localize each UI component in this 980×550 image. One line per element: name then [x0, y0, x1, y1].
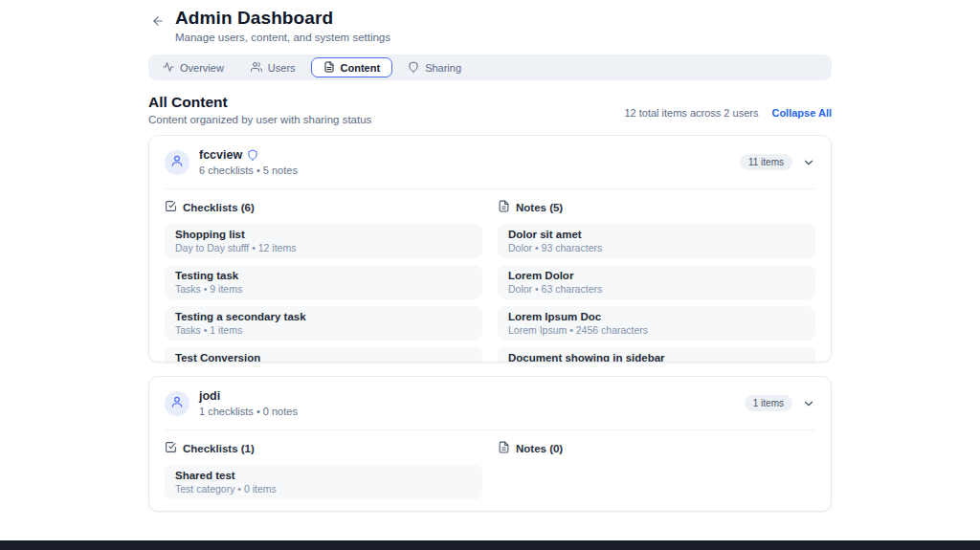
back-button[interactable]: [148, 12, 167, 32]
items-summary: 12 total items across 2 users: [624, 107, 758, 119]
username: fccview: [199, 148, 242, 162]
avatar: [165, 391, 189, 416]
tab-users[interactable]: Users: [239, 57, 307, 77]
check-square-icon: [165, 200, 177, 215]
page-header: Admin Dashboard Manage users, content, a…: [148, 8, 832, 44]
note-item[interactable]: Document showing in sidebar Lorem Ipsum …: [498, 347, 815, 363]
chevron-down-icon[interactable]: [802, 156, 815, 169]
avatar: [165, 150, 189, 175]
user-card-header[interactable]: jodi 1 checklists • 0 notes 1 items: [149, 377, 831, 429]
items-count-badge: 11 items: [740, 154, 792, 170]
checklist-item[interactable]: Shared test Test category • 0 items: [165, 465, 482, 499]
admin-dashboard-page: Admin Dashboard Manage users, content, a…: [148, 0, 832, 512]
user-card-header[interactable]: fccview 6 checklists • 5 notes 11 items: [149, 136, 831, 188]
user-icon: [170, 395, 184, 412]
checklists-column: Checklists (1) Shared test Test category…: [165, 441, 482, 499]
admin-shield-icon: [247, 149, 258, 161]
file-text-icon: [323, 61, 335, 75]
notes-column-header: Notes (5): [516, 201, 563, 214]
checklist-item[interactable]: Test Conversion Tasks • 1 items: [165, 347, 482, 363]
tab-label: Overview: [180, 62, 224, 74]
card-body: Checklists (1) Shared test Test category…: [149, 430, 831, 511]
section-header: All Content Content organized by user wi…: [148, 94, 832, 126]
note-file-icon: [498, 441, 510, 456]
page-subtitle: Manage users, content, and system settin…: [175, 31, 390, 44]
notes-column: Notes (5) Dolor sit amet Dolor • 93 char…: [498, 200, 815, 363]
item-subtitle: Dolor • 93 characters: [508, 243, 805, 253]
section-title: All Content: [148, 94, 371, 111]
shield-icon: [408, 61, 419, 75]
tab-overview[interactable]: Overview: [151, 57, 235, 77]
item-title: Testing task: [175, 270, 472, 282]
activity-icon: [163, 61, 174, 75]
checklists-column: Checklists (6) Shopping list Day to Day …: [165, 200, 482, 363]
checklist-item[interactable]: Shopping list Day to Day stufff • 12 ite…: [165, 224, 482, 258]
note-file-icon: [498, 200, 510, 215]
item-title: Document showing in sidebar: [508, 352, 805, 363]
item-title: Dolor sit amet: [508, 229, 805, 241]
notes-column-header: Notes (0): [516, 442, 563, 455]
username: jodi: [199, 389, 220, 403]
user-icon: [170, 154, 184, 171]
item-subtitle: Tasks • 9 items: [175, 284, 472, 295]
item-subtitle: Day to Day stufff • 12 items: [175, 243, 472, 253]
item-subtitle: Test category • 0 items: [175, 484, 472, 495]
tab-sharing[interactable]: Sharing: [396, 57, 473, 77]
checklist-item[interactable]: Testing task Tasks • 9 items: [165, 265, 482, 299]
user-card-jodi: jodi 1 checklists • 0 notes 1 items Chec…: [148, 376, 832, 512]
user-content-counts: 6 checklists • 5 notes: [199, 165, 298, 176]
collapse-all-button[interactable]: Collapse All: [771, 107, 832, 119]
item-title: Lorem Dolor: [508, 270, 805, 282]
tab-label: Sharing: [425, 62, 461, 74]
notes-column: Notes (0): [498, 441, 815, 499]
items-count-badge: 1 items: [745, 395, 792, 411]
item-subtitle: Lorem Ipsum • 2456 characters: [508, 325, 805, 336]
page-title: Admin Dashboard: [175, 8, 390, 28]
note-item[interactable]: Lorem Ipsum Doc Lorem Ipsum • 2456 chara…: [498, 306, 815, 341]
checklists-column-header: Checklists (1): [183, 442, 255, 455]
checklist-item[interactable]: Testing a secondary task Tasks • 1 items: [165, 306, 482, 341]
item-subtitle: Dolor • 63 characters: [508, 284, 805, 295]
item-title: Shopping list: [175, 229, 472, 241]
user-card-fccview: fccview 6 checklists • 5 notes 11 items …: [148, 135, 832, 363]
tab-content[interactable]: Content: [311, 57, 393, 77]
item-subtitle: Tasks • 1 items: [175, 325, 472, 336]
note-item[interactable]: Lorem Dolor Dolor • 63 characters: [498, 265, 815, 299]
note-item[interactable]: Dolor sit amet Dolor • 93 characters: [498, 224, 815, 258]
card-body: Checklists (6) Shopping list Day to Day …: [149, 189, 831, 363]
tab-bar: Overview Users Content Sharing: [148, 55, 832, 80]
item-title: Testing a secondary task: [175, 311, 472, 323]
section-subtitle: Content organized by user with sharing s…: [148, 114, 371, 126]
users-icon: [251, 61, 262, 75]
arrow-left-icon: [151, 14, 165, 31]
tab-label: Content: [341, 62, 381, 74]
user-content-counts: 1 checklists • 0 notes: [199, 406, 298, 417]
chevron-down-icon[interactable]: [802, 397, 815, 410]
bottom-bar: [0, 540, 980, 550]
checklists-column-header: Checklists (6): [183, 201, 255, 214]
check-square-icon: [165, 441, 177, 456]
item-title: Lorem Ipsum Doc: [508, 311, 805, 323]
user-cards-list: fccview 6 checklists • 5 notes 11 items …: [148, 135, 832, 512]
item-title: Test Conversion: [175, 352, 472, 363]
tab-label: Users: [268, 62, 296, 74]
item-title: Shared test: [175, 470, 472, 482]
